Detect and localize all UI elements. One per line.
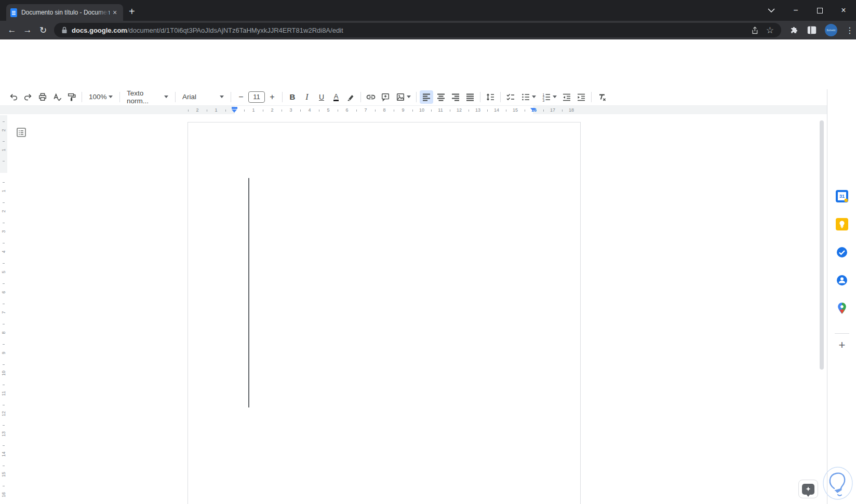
ruler-number: 15 bbox=[1, 470, 6, 479]
back-button[interactable]: ← bbox=[4, 25, 20, 35]
browser-titlebar: Documento sin título - Documen × + − × bbox=[0, 0, 856, 21]
ruler-number: 6 bbox=[1, 288, 6, 296]
url-domain: docs.google.com bbox=[72, 26, 127, 34]
ruler-number: 1 bbox=[1, 187, 6, 195]
share-page-icon[interactable] bbox=[750, 26, 759, 35]
italic-button[interactable]: I bbox=[300, 90, 314, 104]
ruler-number: 16 bbox=[1, 491, 6, 499]
google-tasks-icon[interactable] bbox=[836, 246, 848, 258]
justify-button[interactable] bbox=[463, 90, 477, 104]
bookmark-star-icon[interactable]: ☆ bbox=[766, 25, 774, 36]
reload-button[interactable]: ↻ bbox=[35, 25, 51, 36]
browser-navbar: ← → ↻ docs.google.com/document/d/1T0i6qt… bbox=[0, 21, 856, 39]
insert-link-button[interactable] bbox=[364, 90, 378, 104]
svg-text:3: 3 bbox=[542, 98, 544, 102]
spelling-check-button[interactable] bbox=[50, 90, 64, 104]
ruler-number: 11 bbox=[438, 107, 443, 113]
increase-font-size-button[interactable]: + bbox=[265, 90, 279, 104]
numbered-list-button[interactable]: 123 bbox=[539, 90, 559, 104]
url-text: docs.google.com/document/d/1T0i6qt3PAoJI… bbox=[72, 26, 743, 34]
window-maximize-button[interactable] bbox=[808, 0, 832, 21]
ruler-number: 7 bbox=[1, 308, 6, 317]
google-contacts-icon[interactable] bbox=[836, 274, 848, 287]
font-select[interactable]: Arial bbox=[178, 90, 228, 104]
horizontal-ruler[interactable]: 21123456789101112131415161718 bbox=[0, 105, 827, 114]
browser-avatar[interactable]: Solvetic bbox=[825, 24, 837, 36]
google-maps-icon[interactable] bbox=[836, 302, 848, 315]
ruler-number: 3 bbox=[289, 107, 292, 113]
underline-button[interactable]: U bbox=[315, 90, 328, 104]
indent-marker[interactable] bbox=[232, 107, 237, 113]
lightbulb-watermark-icon bbox=[822, 466, 854, 503]
document-page[interactable] bbox=[188, 122, 581, 504]
ruler-number: 17 bbox=[550, 107, 555, 113]
add-comment-button[interactable] bbox=[379, 90, 392, 104]
url-path: /document/d/1T0i6qt3PAoJIdsAjNTz6TaHMyxk… bbox=[127, 26, 343, 34]
undo-button[interactable] bbox=[7, 90, 20, 104]
window-close-button[interactable]: × bbox=[832, 0, 855, 21]
address-bar[interactable]: docs.google.com/document/d/1T0i6qt3PAoJI… bbox=[54, 23, 781, 37]
style-value: Texto norm... bbox=[127, 89, 164, 105]
add-apps-button[interactable]: + bbox=[836, 339, 848, 351]
extensions-icon[interactable] bbox=[790, 25, 799, 35]
new-tab-button[interactable]: + bbox=[129, 6, 135, 17]
ruler-number: 3 bbox=[1, 227, 6, 236]
font-size-input[interactable]: 11 bbox=[248, 91, 265, 103]
browser-menu-kebab-icon[interactable]: ⋮ bbox=[846, 25, 854, 35]
zoom-select[interactable]: 100% bbox=[85, 90, 117, 104]
print-button[interactable] bbox=[36, 90, 49, 104]
paint-format-button[interactable] bbox=[65, 90, 78, 104]
side-panel-icon[interactable] bbox=[807, 26, 817, 34]
ruler-number: 2 bbox=[1, 126, 6, 134]
paragraph-style-select[interactable]: Texto norm... bbox=[123, 90, 172, 104]
highlight-color-button[interactable] bbox=[344, 90, 357, 104]
checklist-button[interactable] bbox=[504, 90, 517, 104]
ruler-number: 10 bbox=[419, 107, 424, 113]
font-value: Arial bbox=[182, 93, 196, 101]
align-left-button[interactable] bbox=[420, 90, 433, 104]
vertical-ruler[interactable]: 2112345678910111213141516 bbox=[0, 114, 7, 504]
bold-button[interactable]: B bbox=[286, 90, 299, 104]
ruler-number: 2 bbox=[271, 107, 273, 113]
increase-indent-button[interactable] bbox=[574, 90, 588, 104]
window-minimize-button[interactable]: − bbox=[784, 0, 808, 21]
zoom-value: 100% bbox=[89, 93, 107, 101]
toolbar: 100% Texto norm... Arial − 11 + B I U A bbox=[0, 88, 827, 105]
google-keep-icon[interactable] bbox=[836, 218, 848, 230]
decrease-indent-button[interactable] bbox=[560, 90, 573, 104]
browser-tab[interactable]: Documento sin título - Documen × bbox=[6, 4, 123, 21]
ruler-number: 6 bbox=[345, 107, 348, 113]
explore-button[interactable] bbox=[798, 480, 818, 498]
numbered-list-caret-icon bbox=[553, 96, 557, 98]
bulleted-list-button[interactable] bbox=[518, 90, 538, 104]
bulleted-list-caret-icon bbox=[532, 96, 536, 98]
forward-button[interactable]: → bbox=[20, 25, 35, 35]
ruler-number: 2 bbox=[1, 207, 6, 215]
ruler-number: 8 bbox=[383, 107, 385, 113]
ruler-number: 18 bbox=[569, 107, 574, 113]
ruler-number: 4 bbox=[308, 107, 311, 113]
document-vertical-line bbox=[248, 178, 249, 407]
document-outline-button[interactable] bbox=[15, 126, 28, 139]
ruler-number: 4 bbox=[1, 248, 6, 256]
align-right-button[interactable] bbox=[449, 90, 462, 104]
docs-header: Documento sin título ☆ Guardado en Drive… bbox=[0, 39, 856, 88]
insert-image-button[interactable] bbox=[393, 90, 413, 104]
align-center-button[interactable] bbox=[434, 90, 448, 104]
line-spacing-button[interactable] bbox=[484, 90, 497, 104]
right-indent-marker[interactable] bbox=[530, 108, 536, 111]
decrease-font-size-button[interactable]: − bbox=[234, 90, 248, 104]
redo-button[interactable] bbox=[21, 90, 35, 104]
clear-formatting-button[interactable] bbox=[595, 90, 608, 104]
tab-close-icon[interactable]: × bbox=[111, 8, 119, 17]
google-calendar-icon[interactable]: 31 bbox=[836, 190, 848, 202]
ruler-number: 1 bbox=[1, 146, 6, 154]
ruler-number: 14 bbox=[1, 450, 6, 458]
ruler-number: 9 bbox=[1, 349, 6, 357]
document-scrollbar[interactable] bbox=[820, 120, 824, 370]
text-color-button[interactable]: A bbox=[329, 90, 343, 104]
window-chevron-icon[interactable] bbox=[759, 0, 783, 21]
ruler-number: 15 bbox=[513, 107, 518, 113]
ruler-number: 9 bbox=[402, 107, 404, 113]
side-panel: 31 + bbox=[827, 89, 856, 504]
